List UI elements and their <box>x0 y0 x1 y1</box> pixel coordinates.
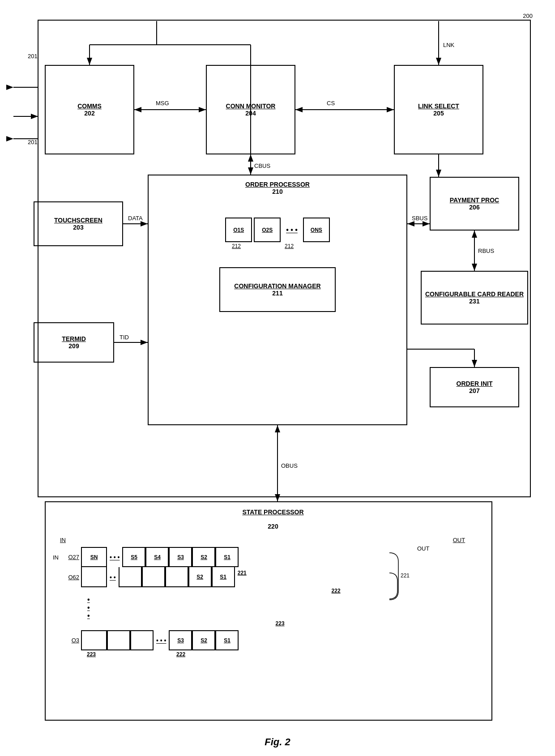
order-processor-title: ORDER PROCESSOR <box>245 181 310 188</box>
comms-box: COMMS 202 <box>45 65 134 154</box>
svg-text:RBUS: RBUS <box>478 248 494 254</box>
row2-empty3 <box>165 567 188 587</box>
row1-dots: • • • <box>110 554 120 561</box>
card-reader-title: CONFIGURABLE CARD READER <box>425 290 524 298</box>
touchscreen-title: TOUCHSCREEN <box>54 217 102 224</box>
o2s-label: O2S <box>262 227 273 233</box>
svg-text:CS: CS <box>327 100 335 107</box>
row2-dots-mid: • • <box>110 574 116 581</box>
row2-s1: S1 <box>212 567 235 587</box>
o1s-box: O1S <box>225 218 252 242</box>
dots-middle: • • • <box>286 226 298 234</box>
ref-212-2: 212 <box>285 243 294 249</box>
fig-caption: Fig. 2 <box>0 736 555 748</box>
touchscreen-num: 203 <box>73 224 83 231</box>
row3-dots: • • • <box>156 637 166 644</box>
row3-empty1 <box>107 630 130 650</box>
config-manager-title: CONFIGURATION MANAGER <box>234 282 320 290</box>
state-processor-title: STATE PROCESSOR <box>55 508 491 516</box>
row3-sn-empty <box>81 630 107 650</box>
svg-text:TID: TID <box>120 334 129 341</box>
termid-title: TERMID <box>62 335 86 342</box>
payment-proc-box: PAYMENT PROC 206 <box>430 177 519 231</box>
svg-text:OBUS: OBUS <box>281 462 298 469</box>
row3-empty2 <box>130 630 154 650</box>
row2-empty1 <box>119 567 142 587</box>
order-init-box: ORDER INIT 207 <box>430 367 519 407</box>
config-manager-box: CONFIGURATION MANAGER 211 <box>219 267 336 312</box>
svg-text:SBUS: SBUS <box>412 215 428 222</box>
svg-text:DATA: DATA <box>128 215 143 222</box>
ons-label: ONS <box>311 227 322 233</box>
row3-s2: S2 <box>192 630 215 650</box>
link-select-num: 205 <box>433 110 444 117</box>
ons-box: ONS <box>303 218 330 242</box>
row2-empty2 <box>142 567 165 587</box>
svg-text:LNK: LNK <box>443 42 455 48</box>
ref-201-top: 201 <box>28 53 38 60</box>
order-processor-box: ORDER PROCESSOR 210 O1S O2S • • • ONS 21… <box>148 175 407 425</box>
payment-proc-num: 206 <box>469 204 479 211</box>
config-manager-num: 211 <box>272 290 282 297</box>
row3-s3: S3 <box>169 630 192 650</box>
row1-s5: S5 <box>122 547 145 567</box>
ref-223-2: 223 <box>87 651 96 658</box>
out-label: OUT <box>453 537 465 543</box>
ref-222-row1-container: 222 <box>198 588 474 594</box>
card-reader-num: 231 <box>469 298 479 305</box>
link-select-box: LINK SELECT 205 <box>394 65 483 154</box>
ref-222-2: 222 <box>176 651 185 658</box>
state-processor-num: 220 <box>55 523 491 530</box>
row1-s1: S1 <box>215 547 239 567</box>
o2s-box: O2S <box>254 218 281 242</box>
ref-223-1: 223 <box>86 620 474 627</box>
ref-222-1: 222 <box>198 588 474 594</box>
state-processor-box: STATE PROCESSOR 220 IN OUT O27 SN • • • … <box>45 501 492 721</box>
ref-223-row1-container: 223 <box>86 620 474 627</box>
svg-text:CBUS: CBUS <box>254 162 270 169</box>
link-select-title: LINK SELECT <box>418 103 459 110</box>
row1-s2: S2 <box>192 547 215 567</box>
ref-200: 200 <box>523 13 533 19</box>
row3-label: O3 <box>59 637 79 644</box>
row2-sn-empty <box>81 567 107 587</box>
comms-num: 202 <box>84 110 94 117</box>
comms-title: COMMS <box>77 103 102 110</box>
order-init-title: ORDER INIT <box>457 380 493 387</box>
ref-212-1: 212 <box>232 243 241 249</box>
vertical-dots-col: ••• <box>87 596 90 620</box>
o1s-label: O1S <box>233 227 244 233</box>
payment-proc-title: PAYMENT PROC <box>450 196 499 204</box>
row1-s3: S3 <box>169 547 192 567</box>
row2-label: O62 <box>59 574 79 581</box>
row3-s1: S1 <box>215 630 239 650</box>
touchscreen-box: TOUCHSCREEN 203 <box>34 201 123 246</box>
conn-monitor-box: CONN MONITOR 204 <box>206 65 295 154</box>
row2-s2: S2 <box>188 567 212 587</box>
row1-label: O27 <box>59 554 79 560</box>
order-processor-num: 210 <box>272 188 282 195</box>
diagram-container: 200 201 201 COMMS 202 CONN MONITOR 204 L… <box>0 0 555 756</box>
ref-221: 221 <box>238 570 247 576</box>
in-label: IN <box>60 537 66 543</box>
termid-box: TERMID 209 <box>34 322 114 363</box>
ref-201-bottom: 201 <box>28 139 38 145</box>
termid-num: 209 <box>68 342 79 350</box>
order-init-num: 207 <box>469 387 479 394</box>
conn-monitor-num: 204 <box>245 110 256 117</box>
row1-sn: SN <box>81 547 107 567</box>
card-reader-box: CONFIGURABLE CARD READER 231 <box>421 271 528 325</box>
conn-monitor-title: CONN MONITOR <box>226 103 276 110</box>
svg-text:MSG: MSG <box>156 100 169 107</box>
row1-s4: S4 <box>145 547 169 567</box>
